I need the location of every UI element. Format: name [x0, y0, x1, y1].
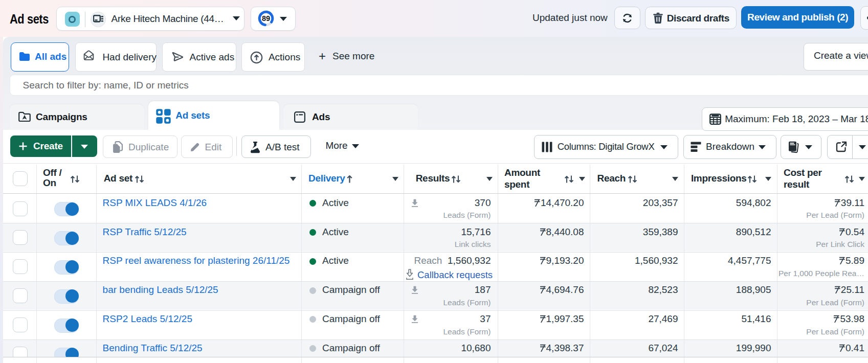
svg-text:89: 89 — [262, 14, 270, 22]
